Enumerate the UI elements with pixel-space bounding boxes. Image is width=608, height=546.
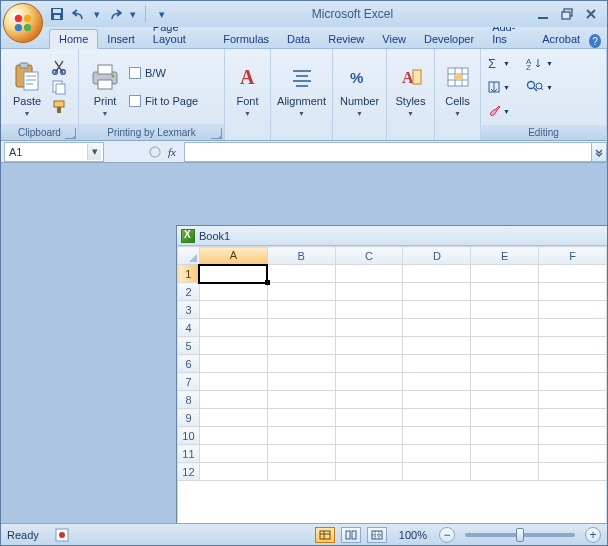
- cell[interactable]: [539, 427, 607, 445]
- restore-button[interactable]: [559, 7, 575, 21]
- row-header[interactable]: 11: [178, 445, 200, 463]
- tab-developer[interactable]: Developer: [415, 30, 483, 48]
- expand-formula-bar[interactable]: [591, 142, 607, 162]
- alignment-button[interactable]: Alignment ▼: [275, 54, 328, 120]
- zoom-in-button[interactable]: +: [585, 527, 601, 543]
- close-button[interactable]: [583, 7, 599, 21]
- row-header[interactable]: 8: [178, 391, 200, 409]
- cell[interactable]: [539, 319, 607, 337]
- cell[interactable]: [199, 355, 267, 373]
- cell[interactable]: [471, 355, 539, 373]
- cell[interactable]: [199, 283, 267, 301]
- undo-button[interactable]: [71, 6, 87, 22]
- cell[interactable]: [335, 373, 403, 391]
- fit-to-page-checkbox[interactable]: Fit to Page: [129, 91, 198, 111]
- cell[interactable]: [199, 301, 267, 319]
- cell[interactable]: [335, 337, 403, 355]
- select-all-corner[interactable]: [178, 247, 200, 265]
- cell[interactable]: [471, 319, 539, 337]
- tab-formulas[interactable]: Formulas: [214, 30, 278, 48]
- zoom-level[interactable]: 100%: [399, 529, 427, 541]
- cell[interactable]: [335, 409, 403, 427]
- name-box[interactable]: A1 ▾: [4, 142, 104, 162]
- cells-button[interactable]: Cells ▼: [438, 54, 478, 120]
- cell[interactable]: [335, 391, 403, 409]
- sort-filter-button[interactable]: AZ▼: [526, 56, 553, 70]
- cell[interactable]: [267, 319, 335, 337]
- cell[interactable]: [335, 463, 403, 481]
- cell[interactable]: [539, 301, 607, 319]
- cell[interactable]: [539, 283, 607, 301]
- zoom-out-button[interactable]: −: [439, 527, 455, 543]
- cell[interactable]: [335, 427, 403, 445]
- cell[interactable]: [199, 265, 267, 283]
- cancel-formula-button[interactable]: [148, 145, 164, 159]
- cell[interactable]: [267, 409, 335, 427]
- cell[interactable]: [199, 427, 267, 445]
- cell[interactable]: [539, 391, 607, 409]
- column-header[interactable]: F: [539, 247, 607, 265]
- cell[interactable]: [403, 319, 471, 337]
- format-painter-button[interactable]: [51, 99, 67, 115]
- cell[interactable]: [267, 301, 335, 319]
- cell[interactable]: [403, 463, 471, 481]
- cell[interactable]: [403, 355, 471, 373]
- copy-button[interactable]: [51, 79, 67, 95]
- cell[interactable]: [267, 355, 335, 373]
- tab-view[interactable]: View: [373, 30, 415, 48]
- cell[interactable]: [199, 373, 267, 391]
- row-header[interactable]: 6: [178, 355, 200, 373]
- zoom-slider[interactable]: [465, 533, 575, 537]
- cell[interactable]: [471, 427, 539, 445]
- name-box-dropdown[interactable]: ▾: [87, 144, 101, 160]
- cell[interactable]: [267, 427, 335, 445]
- cell[interactable]: [471, 391, 539, 409]
- cut-button[interactable]: [51, 59, 67, 75]
- font-button[interactable]: A Font ▼: [228, 54, 268, 120]
- cell[interactable]: [403, 427, 471, 445]
- find-select-button[interactable]: ▼: [526, 80, 553, 94]
- tab-review[interactable]: Review: [319, 30, 373, 48]
- redo-dropdown[interactable]: ▾: [129, 6, 137, 22]
- cell[interactable]: [539, 337, 607, 355]
- printing-launcher[interactable]: [211, 128, 222, 139]
- cell[interactable]: [471, 283, 539, 301]
- cell[interactable]: [403, 445, 471, 463]
- row-header[interactable]: 12: [178, 463, 200, 481]
- minimize-button[interactable]: [535, 7, 551, 21]
- row-header[interactable]: 7: [178, 373, 200, 391]
- cell[interactable]: [267, 463, 335, 481]
- tab-insert[interactable]: Insert: [98, 30, 144, 48]
- cell[interactable]: [539, 409, 607, 427]
- qat-customize[interactable]: ▾: [154, 6, 170, 22]
- column-header[interactable]: B: [267, 247, 335, 265]
- cell[interactable]: [403, 373, 471, 391]
- cell[interactable]: [471, 445, 539, 463]
- tab-home[interactable]: Home: [49, 29, 98, 49]
- cell[interactable]: [403, 409, 471, 427]
- page-break-view-button[interactable]: [367, 527, 387, 543]
- print-button[interactable]: Print ▼: [83, 54, 127, 120]
- tab-acrobat[interactable]: Acrobat: [533, 30, 589, 48]
- fill-button[interactable]: ▼: [487, 80, 510, 94]
- cell[interactable]: [539, 265, 607, 283]
- row-header[interactable]: 10: [178, 427, 200, 445]
- cell[interactable]: [471, 265, 539, 283]
- cell[interactable]: [199, 463, 267, 481]
- row-header[interactable]: 5: [178, 337, 200, 355]
- cell[interactable]: [335, 283, 403, 301]
- cell[interactable]: [335, 265, 403, 283]
- formula-input[interactable]: [184, 142, 591, 162]
- cell[interactable]: [403, 391, 471, 409]
- cell[interactable]: [199, 409, 267, 427]
- cell[interactable]: [267, 391, 335, 409]
- cell[interactable]: [199, 391, 267, 409]
- cell[interactable]: [267, 265, 335, 283]
- cell[interactable]: [403, 283, 471, 301]
- normal-view-button[interactable]: [315, 527, 335, 543]
- clipboard-launcher[interactable]: [65, 128, 76, 139]
- number-button[interactable]: % Number ▼: [337, 54, 382, 120]
- cell[interactable]: [471, 463, 539, 481]
- cell[interactable]: [267, 283, 335, 301]
- cell[interactable]: [471, 337, 539, 355]
